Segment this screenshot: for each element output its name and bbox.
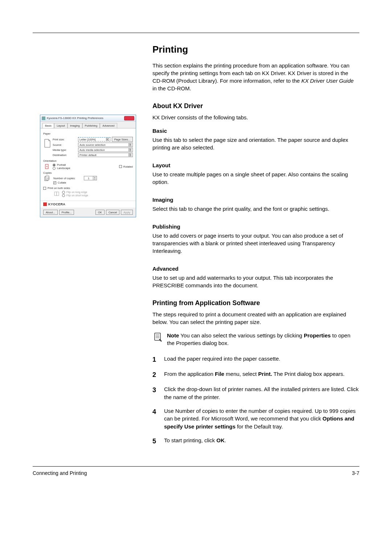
landscape-radio[interactable]: Landscape [53,167,110,170]
apply-button: Apply [121,210,133,215]
flip-short-radio: Flip on short edge [62,194,88,197]
publishing-body: Use to add covers or page inserts to you… [152,232,359,255]
flip-long-radio: Flip on long edge [62,190,88,194]
print-size-value: Letter [100%] [79,138,96,141]
rotated-checkbox[interactable]: Rotated [119,165,133,168]
section-orientation: Orientation [43,159,133,163]
basic-body: Use this tab to select the page size and… [152,136,359,151]
dialog-tabs: Basic Layout Imaging Publishing Advanced [40,122,136,128]
printapp-heading: Printing from Application Software [152,299,359,307]
print-both-sides-label: Print on both sides [48,186,70,190]
source-value: Auto source selection [79,143,106,147]
tab-advanced[interactable]: Advanced [100,123,117,128]
section-paper: Paper [43,132,133,135]
footer-left: Connecting and Printing [33,470,87,476]
step-text: To start printing, click OK. [164,436,226,446]
step-text: Use Number of copies to enter the number… [164,407,359,431]
copies-value: 1 [84,176,93,180]
page-title: Printing [152,44,359,55]
about-heading: About KX Driver [152,102,359,110]
step-number: 4 [152,407,159,431]
step-text: From the application File menu, select P… [164,370,345,379]
label-source: Source: [53,143,77,147]
step-number: 2 [152,370,159,379]
tab-imaging[interactable]: Imaging [68,123,82,128]
portrait-radio[interactable]: Portrait [53,163,110,167]
intro-paragraph: This section explains the printing proce… [152,62,359,92]
note-block: Note You can also select the various set… [152,332,359,347]
label-destination: Destination: [53,153,77,157]
chevron-down-icon: ▾ [128,148,131,151]
tab-basic[interactable]: Basic [42,123,54,128]
printapp-body: The steps required to print a document c… [152,311,359,326]
tab-layout[interactable]: Layout [54,123,68,128]
basic-heading: Basic [152,128,359,134]
cancel-button[interactable]: Cancel [106,210,119,215]
paper-icon [43,136,51,151]
checkbox-icon [43,187,46,190]
copies-stepper[interactable]: 1 ▴▾ [84,176,97,180]
publishing-heading: Publishing [152,223,359,230]
flip-short-label: Flip on short edge [66,194,88,197]
step-4: 4Use Number of copies to enter the numbe… [152,407,359,431]
copies-icon: 123 [43,175,51,182]
note-lead: Note [167,332,179,338]
collate-checkbox[interactable]: Collate [53,181,133,184]
note-rest-1: You can also select the various settings… [179,332,304,338]
rotated-label: Rotated [123,165,133,168]
duplex-icon [53,191,61,197]
source-select[interactable]: Auto source selection▾ [78,143,133,147]
checkbox-icon [53,181,56,184]
dialog-titlebar: Kyocera FS-1300D KX Printing Preferences [40,115,136,122]
step-2: 2From the application File menu, select … [152,370,359,379]
intro-italic: KX Driver User Guide [301,78,354,84]
destination-value: Printer default [79,153,97,157]
print-both-sides-checkbox[interactable]: Print on both sides [43,186,133,190]
portrait-label: Portrait [57,163,66,167]
svg-text:A: A [46,165,48,168]
about-button[interactable]: About... [43,210,58,215]
close-icon[interactable] [124,116,134,120]
checkbox-icon [119,165,122,168]
media-select[interactable]: Auto media selection▾ [78,148,133,152]
destination-select[interactable]: Printer default▾ [78,153,133,157]
tab-publishing[interactable]: Publishing [82,123,100,128]
svg-marker-0 [45,139,50,147]
radio-icon [53,167,56,170]
flip-long-label: Flip on long edge [66,190,87,194]
chevron-down-icon: ▾ [128,143,131,146]
brand-icon [43,202,47,206]
ok-button[interactable]: OK [95,210,105,215]
landscape-label: Landscape [57,167,70,170]
collate-label: Collate [58,181,66,184]
note-icon [152,332,163,342]
brand-row: KYOCERA [40,201,136,208]
layout-heading: Layout [152,162,359,168]
profile-button[interactable]: Profile... [59,210,74,215]
step-text: Load the paper required into the paper c… [164,355,280,364]
svg-rect-6 [54,192,57,196]
print-preferences-dialog: Kyocera FS-1300D KX Printing Preferences… [40,115,136,217]
chevron-down-icon: ▾ [128,153,131,156]
step-5: 5To start printing, click OK. [152,436,359,446]
imaging-heading: Imaging [152,197,359,203]
step-number: 5 [152,436,159,446]
svg-text:123: 123 [46,177,50,179]
radio-icon [62,194,65,197]
label-num-copies: Number of copies: [53,177,82,180]
label-media: Media type: [53,148,77,152]
page-sizes-button[interactable]: Page Sizes... [112,137,133,142]
stepper-arrows-icon: ▴▾ [93,176,97,180]
step-text: Click the drop-down list of printer name… [164,385,359,401]
step-1: 1Load the paper required into the paper … [152,355,359,364]
footer-right: 3-7 [352,470,359,476]
print-size-select[interactable]: Letter [100%]▾ [78,137,110,141]
radio-icon [53,164,56,167]
bottom-rule [33,466,359,467]
footer: Connecting and Printing 3-7 [33,470,359,476]
layout-body: Use to create multiple pages on a single… [152,171,359,186]
step-number: 3 [152,385,159,401]
label-print-size: Print size: [53,138,77,141]
note-bold: Properties [304,332,331,338]
advanced-heading: Advanced [152,266,359,272]
